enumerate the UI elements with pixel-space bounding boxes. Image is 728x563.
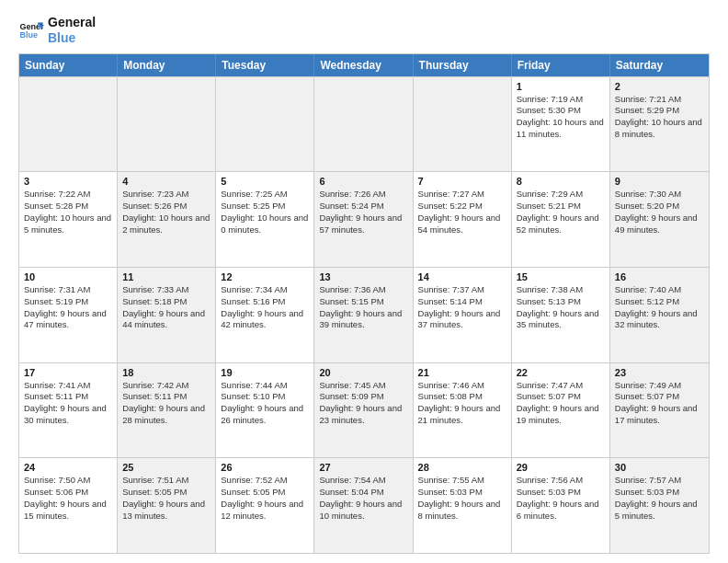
day-info: Sunrise: 7:37 AM Sunset: 5:14 PM Dayligh… [418,284,506,331]
day-info: Sunrise: 7:31 AM Sunset: 5:19 PM Dayligh… [24,284,112,331]
calendar-body: 1Sunrise: 7:19 AM Sunset: 5:30 PM Daylig… [19,76,709,553]
day-info: Sunrise: 7:30 AM Sunset: 5:20 PM Dayligh… [615,189,704,236]
calendar-cell: 5Sunrise: 7:25 AM Sunset: 5:25 PM Daylig… [216,172,314,267]
calendar: SundayMondayTuesdayWednesdayThursdayFrid… [18,53,710,554]
calendar-cell: 9Sunrise: 7:30 AM Sunset: 5:20 PM Daylig… [610,172,709,267]
day-number: 9 [615,176,704,187]
header: General Blue General Blue [18,15,710,46]
day-number: 17 [24,367,112,378]
day-info: Sunrise: 7:36 AM Sunset: 5:15 PM Dayligh… [319,284,407,331]
day-info: Sunrise: 7:55 AM Sunset: 5:03 PM Dayligh… [418,475,506,522]
day-number: 6 [319,176,407,187]
header-cell-sunday: Sunday [19,54,118,76]
day-info: Sunrise: 7:29 AM Sunset: 5:21 PM Dayligh… [517,189,605,236]
day-number: 27 [319,462,407,473]
day-info: Sunrise: 7:51 AM Sunset: 5:05 PM Dayligh… [122,475,210,522]
calendar-cell: 11Sunrise: 7:33 AM Sunset: 5:18 PM Dayli… [118,268,216,362]
calendar-cell [118,77,216,172]
calendar-cell [414,77,512,172]
header-cell-saturday: Saturday [610,54,709,76]
header-cell-tuesday: Tuesday [216,54,314,76]
calendar-row-3: 17Sunrise: 7:41 AM Sunset: 5:11 PM Dayli… [19,362,709,458]
day-info: Sunrise: 7:46 AM Sunset: 5:08 PM Dayligh… [418,380,506,427]
day-info: Sunrise: 7:38 AM Sunset: 5:13 PM Dayligh… [517,284,605,331]
day-number: 8 [517,176,605,187]
day-info: Sunrise: 7:50 AM Sunset: 5:06 PM Dayligh… [24,475,112,522]
day-number: 26 [221,462,309,473]
day-number: 30 [615,462,704,473]
day-info: Sunrise: 7:57 AM Sunset: 5:03 PM Dayligh… [615,475,704,522]
calendar-cell [19,77,118,172]
calendar-cell: 20Sunrise: 7:45 AM Sunset: 5:09 PM Dayli… [314,363,413,458]
day-number: 18 [122,367,210,378]
day-number: 3 [24,176,112,187]
day-number: 14 [418,271,506,282]
calendar-cell: 1Sunrise: 7:19 AM Sunset: 5:30 PM Daylig… [512,77,610,172]
day-number: 7 [418,176,506,187]
calendar-cell: 3Sunrise: 7:22 AM Sunset: 5:28 PM Daylig… [19,172,118,267]
day-info: Sunrise: 7:56 AM Sunset: 5:03 PM Dayligh… [517,475,605,522]
day-number: 12 [221,271,309,282]
day-info: Sunrise: 7:40 AM Sunset: 5:12 PM Dayligh… [615,284,704,331]
calendar-cell: 14Sunrise: 7:37 AM Sunset: 5:14 PM Dayli… [414,268,512,362]
day-info: Sunrise: 7:41 AM Sunset: 5:11 PM Dayligh… [24,380,112,427]
svg-text:Blue: Blue [19,30,38,40]
day-info: Sunrise: 7:49 AM Sunset: 5:07 PM Dayligh… [615,380,704,427]
calendar-row-2: 10Sunrise: 7:31 AM Sunset: 5:19 PM Dayli… [19,267,709,362]
calendar-cell: 18Sunrise: 7:42 AM Sunset: 5:11 PM Dayli… [118,363,216,458]
day-info: Sunrise: 7:19 AM Sunset: 5:30 PM Dayligh… [517,94,605,141]
calendar-cell: 27Sunrise: 7:54 AM Sunset: 5:04 PM Dayli… [314,458,413,553]
logo-text: General Blue [48,15,96,46]
day-number: 2 [615,81,704,92]
day-info: Sunrise: 7:26 AM Sunset: 5:24 PM Dayligh… [319,189,407,236]
day-info: Sunrise: 7:27 AM Sunset: 5:22 PM Dayligh… [418,189,506,236]
calendar-cell: 30Sunrise: 7:57 AM Sunset: 5:03 PM Dayli… [610,458,709,553]
calendar-cell: 13Sunrise: 7:36 AM Sunset: 5:15 PM Dayli… [314,268,413,362]
day-number: 25 [122,462,210,473]
calendar-row-4: 24Sunrise: 7:50 AM Sunset: 5:06 PM Dayli… [19,457,709,553]
calendar-cell: 15Sunrise: 7:38 AM Sunset: 5:13 PM Dayli… [512,268,610,362]
calendar-cell: 12Sunrise: 7:34 AM Sunset: 5:16 PM Dayli… [216,268,314,362]
day-number: 13 [319,271,407,282]
header-cell-friday: Friday [512,54,610,76]
calendar-row-1: 3Sunrise: 7:22 AM Sunset: 5:28 PM Daylig… [19,171,709,267]
day-info: Sunrise: 7:44 AM Sunset: 5:10 PM Dayligh… [221,380,309,427]
calendar-cell: 25Sunrise: 7:51 AM Sunset: 5:05 PM Dayli… [118,458,216,553]
calendar-cell: 23Sunrise: 7:49 AM Sunset: 5:07 PM Dayli… [610,363,709,458]
day-number: 16 [615,271,704,282]
day-number: 21 [418,367,506,378]
calendar-cell: 8Sunrise: 7:29 AM Sunset: 5:21 PM Daylig… [512,172,610,267]
logo-icon: General Blue [18,17,44,43]
logo: General Blue General Blue [18,15,96,46]
day-number: 28 [418,462,506,473]
day-info: Sunrise: 7:34 AM Sunset: 5:16 PM Dayligh… [221,284,309,331]
header-cell-wednesday: Wednesday [314,54,413,76]
day-number: 11 [122,271,210,282]
calendar-cell: 26Sunrise: 7:52 AM Sunset: 5:05 PM Dayli… [216,458,314,553]
calendar-header: SundayMondayTuesdayWednesdayThursdayFrid… [19,54,709,76]
day-number: 29 [517,462,605,473]
calendar-cell: 17Sunrise: 7:41 AM Sunset: 5:11 PM Dayli… [19,363,118,458]
day-info: Sunrise: 7:52 AM Sunset: 5:05 PM Dayligh… [221,475,309,522]
day-number: 5 [221,176,309,187]
page: General Blue General Blue SundayMondayTu… [0,0,728,563]
day-info: Sunrise: 7:33 AM Sunset: 5:18 PM Dayligh… [122,284,210,331]
header-cell-thursday: Thursday [414,54,512,76]
day-number: 22 [517,367,605,378]
day-number: 4 [122,176,210,187]
calendar-cell [314,77,413,172]
calendar-cell: 10Sunrise: 7:31 AM Sunset: 5:19 PM Dayli… [19,268,118,362]
day-number: 15 [517,271,605,282]
calendar-cell: 28Sunrise: 7:55 AM Sunset: 5:03 PM Dayli… [414,458,512,553]
calendar-cell: 24Sunrise: 7:50 AM Sunset: 5:06 PM Dayli… [19,458,118,553]
calendar-cell: 6Sunrise: 7:26 AM Sunset: 5:24 PM Daylig… [314,172,413,267]
day-number: 20 [319,367,407,378]
calendar-cell [216,77,314,172]
day-info: Sunrise: 7:22 AM Sunset: 5:28 PM Dayligh… [24,189,112,236]
calendar-cell: 22Sunrise: 7:47 AM Sunset: 5:07 PM Dayli… [512,363,610,458]
calendar-cell: 19Sunrise: 7:44 AM Sunset: 5:10 PM Dayli… [216,363,314,458]
calendar-cell: 4Sunrise: 7:23 AM Sunset: 5:26 PM Daylig… [118,172,216,267]
day-number: 23 [615,367,704,378]
calendar-cell: 29Sunrise: 7:56 AM Sunset: 5:03 PM Dayli… [512,458,610,553]
day-info: Sunrise: 7:47 AM Sunset: 5:07 PM Dayligh… [517,380,605,427]
